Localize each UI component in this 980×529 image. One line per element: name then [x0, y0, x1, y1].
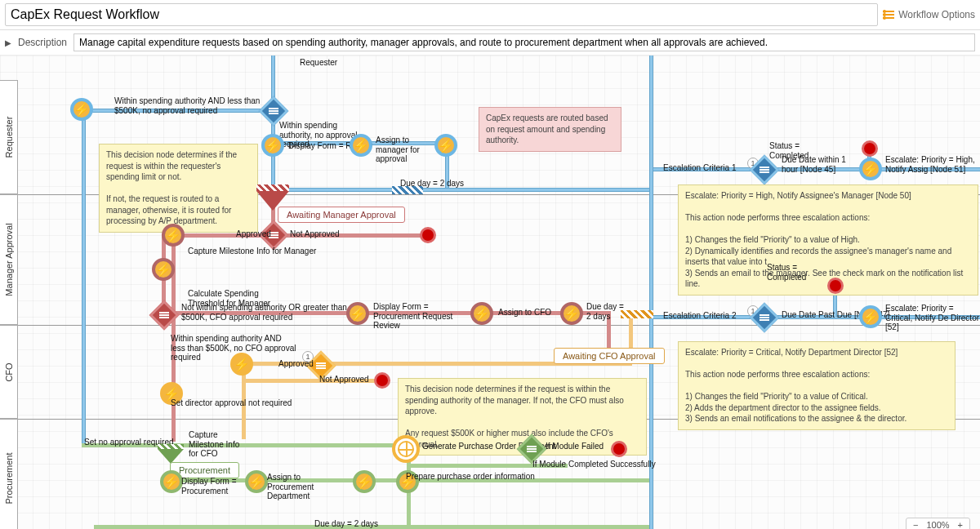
swimlane-manager: Manager Approval	[0, 194, 18, 325]
action-node[interactable]: ⚡	[245, 470, 268, 493]
connector	[82, 109, 86, 443]
edge-label: Not Approved	[290, 229, 340, 239]
bolt-icon: ⚡	[74, 102, 90, 118]
bolt-icon: ⚡	[862, 162, 879, 177]
decision-node[interactable]	[310, 355, 332, 376]
action-node[interactable]: ⚡	[560, 302, 583, 325]
bolt-icon: ⚡	[248, 474, 265, 490]
action-node[interactable]: ⚡	[470, 302, 493, 325]
decision-node[interactable]	[754, 159, 775, 180]
edge-label: Due Date within 1 hour [Node 45]	[782, 155, 859, 174]
edge-label: Due day = 2 days	[314, 519, 378, 529]
annotation-decision-requester: This decision node determines if the req…	[99, 144, 258, 233]
node-label: Requester	[300, 58, 337, 68]
action-node[interactable]: ⚡	[859, 305, 882, 328]
bolt-icon: ⚡	[350, 306, 366, 322]
node-label: Assign to manager for approval	[376, 136, 433, 164]
decision-node[interactable]	[754, 307, 775, 328]
zoom-out-button[interactable]: −	[913, 520, 918, 529]
swimlane-cfo: CFO	[0, 325, 18, 419]
action-node[interactable]: ⚡	[152, 258, 175, 281]
decision-node[interactable]	[263, 100, 284, 122]
bolt-icon: ⚡	[564, 306, 580, 322]
swimlane-procurement: Procurement	[0, 419, 18, 529]
edge-label: Not within spending authority OR greater…	[181, 303, 353, 322]
expand-description-toggle[interactable]: ▶	[5, 38, 11, 47]
bolt-icon: ⚡	[165, 228, 181, 243]
bolt-icon: ⚡	[438, 138, 454, 153]
bolt-icon: ⚡	[155, 262, 172, 278]
edge-label: Escalate: Priority = Critical, Notify De…	[885, 304, 980, 332]
bolt-icon: ⚡	[353, 138, 369, 153]
node-label: Display Form = Procurement	[181, 477, 238, 496]
edge-label: Not Approved	[319, 375, 369, 385]
edge-label: Escalate: Priority = High, Notify Assig …	[885, 155, 980, 174]
annotation-escalation-1: Escalate: Priority = High, Notify Assign…	[678, 184, 978, 296]
bolt-icon: ⚡	[474, 306, 490, 322]
node-label: Set director approval not required	[171, 398, 292, 408]
terminal-node[interactable]	[374, 372, 390, 389]
swimlane-requester: Requester	[0, 80, 18, 194]
milestone-start	[256, 184, 289, 191]
edge-label: Due day = 2 days	[400, 179, 464, 189]
terminal-node[interactable]	[420, 227, 436, 243]
action-node[interactable]: ⚡	[350, 134, 372, 157]
annotation-routing: CapEx requests are routed based on reque…	[479, 107, 621, 152]
action-node[interactable]: ⚡	[230, 353, 253, 376]
action-node[interactable]: ⚡	[859, 158, 882, 180]
action-node[interactable]: ⚡	[261, 134, 284, 157]
node-label: Capture Milestone Info for CFO	[189, 430, 246, 459]
action-node[interactable]: ⚡	[160, 470, 183, 493]
edge-label: If Module Failed	[546, 442, 604, 451]
edge-label: Within spending authority AND less than …	[114, 96, 274, 115]
terminal-node[interactable]	[827, 278, 844, 294]
node-label: Escalation Criteria 1	[663, 163, 736, 173]
action-node[interactable]: ⚡	[346, 302, 369, 325]
connector	[649, 56, 653, 529]
zoom-control: − 100% +	[906, 518, 970, 529]
annotation-escalation-2: Escalate: Priority = Critical, Notify De…	[678, 341, 956, 430]
header-bar: Workflow Options	[0, 0, 980, 30]
bolt-icon: ⚡	[265, 138, 281, 153]
connector	[285, 188, 653, 192]
terminal-node[interactable]	[862, 140, 878, 157]
bolt-icon: ⚡	[163, 474, 180, 490]
action-node[interactable]: ⚡	[353, 470, 376, 493]
edge-label: Status = Completed	[767, 263, 808, 282]
node-label: Assign to CFO	[498, 308, 551, 318]
milestone-awaiting-manager[interactable]: Awaiting Manager Approval	[278, 207, 405, 223]
decision-node[interactable]	[521, 438, 542, 460]
zoom-in-button[interactable]: +	[958, 520, 963, 529]
action-node[interactable]: ⚡	[162, 224, 185, 247]
node-label: Display Form = Procurement Request Revie…	[373, 302, 463, 331]
edge-label: Approved	[278, 359, 314, 369]
integration-node[interactable]	[392, 435, 420, 463]
globe-icon	[398, 441, 414, 457]
zoom-level: 100%	[926, 520, 949, 529]
description-input[interactable]	[74, 33, 975, 51]
node-label: Prepare purchase order information	[406, 472, 535, 482]
milestone-awaiting-cfo[interactable]: Awaiting CFO Approval	[554, 348, 665, 364]
bolt-icon: ⚡	[234, 357, 250, 372]
node-label: Due day = 2 days	[586, 302, 627, 321]
description-label: Description	[18, 37, 67, 48]
node-label: Assign to Procurement Department	[267, 473, 332, 501]
decision-node[interactable]	[154, 305, 175, 326]
action-node[interactable]: ⚡	[434, 134, 457, 157]
terminal-node[interactable]	[611, 441, 627, 457]
workflow-title-input[interactable]	[5, 3, 878, 26]
edge-label: If Module Completed Successfully	[532, 460, 656, 469]
action-node[interactable]: ⚡	[70, 98, 93, 121]
bolt-icon: ⚡	[356, 474, 372, 490]
workflow-canvas[interactable]: Requester Manager Approval CFO Procureme…	[0, 56, 980, 529]
node-label: Capture Milestone Info for Manager	[188, 247, 316, 256]
workflow-options-label: Workflow Options	[898, 9, 975, 20]
description-row: ▶ Description	[0, 30, 980, 56]
list-icon	[883, 9, 894, 20]
edge-label: Approved	[236, 229, 271, 239]
node-label: Escalation Criteria 2	[663, 311, 736, 321]
bolt-icon: ⚡	[862, 309, 879, 325]
workflow-options-button[interactable]: Workflow Options	[883, 9, 975, 20]
